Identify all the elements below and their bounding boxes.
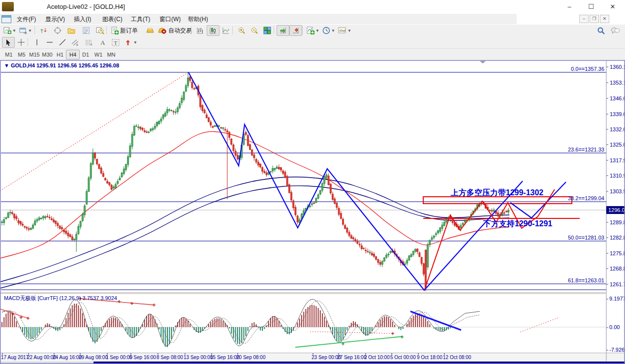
- channel-tool-button[interactable]: E: [69, 37, 82, 48]
- strategy-tester-button[interactable]: [94, 25, 106, 36]
- zoom-in-button[interactable]: [235, 25, 248, 36]
- indicators-button[interactable]: ▼: [305, 25, 321, 36]
- candle-body: [86, 191, 88, 204]
- maximize-button[interactable]: ☐: [583, 2, 599, 12]
- date-tick-label: 29 Aug 08:00: [79, 355, 108, 360]
- menu-view[interactable]: 显示(V): [45, 15, 65, 24]
- cursor-tool-button[interactable]: [2, 37, 15, 48]
- candle-body: [386, 255, 387, 258]
- candle-body: [293, 201, 294, 208]
- candle-chart-mode-button[interactable]: [207, 25, 219, 36]
- period-m15[interactable]: M15: [28, 50, 41, 60]
- close-button[interactable]: ✕: [604, 2, 621, 12]
- horizontal-line-tool-button[interactable]: [43, 37, 56, 48]
- menu-file[interactable]: 文件(F): [17, 15, 36, 24]
- candle-body: [34, 221, 36, 225]
- candle-body: [390, 251, 391, 252]
- template-icon: [338, 27, 346, 34]
- candle-body: [7, 213, 9, 218]
- new-chart-button[interactable]: ▼: [2, 25, 18, 36]
- search-button[interactable]: [594, 25, 607, 36]
- ohlc-bars-icon: [196, 27, 204, 34]
- navigator-button[interactable]: [51, 25, 64, 36]
- candle-body: [505, 211, 507, 212]
- candle-body: [51, 218, 52, 219]
- profiles-button[interactable]: ▼: [18, 25, 33, 36]
- candle-body: [175, 112, 176, 112]
- candle-body: [92, 153, 94, 164]
- period-m5[interactable]: M5: [15, 50, 29, 60]
- candle-body: [111, 185, 112, 189]
- candle-body: [167, 110, 168, 113]
- market-watch-button[interactable]: [37, 25, 50, 36]
- candle-body: [185, 86, 187, 91]
- candle-body: [105, 178, 106, 180]
- fibonacci-tool-button[interactable]: F: [83, 37, 95, 48]
- date-tick-label: 17 Aug 2017: [1, 355, 29, 360]
- candle-body: [90, 164, 92, 179]
- gold-symbol-button[interactable]: [144, 25, 156, 36]
- period-m1[interactable]: M1: [2, 50, 16, 60]
- new-order-button[interactable]: 新订单: [109, 25, 139, 36]
- crosshair-tool-button[interactable]: [15, 37, 28, 48]
- trendline-tool-button[interactable]: [56, 37, 69, 48]
- data-window-button[interactable]: [80, 25, 93, 36]
- candle-body: [212, 126, 214, 127]
- timeframes-button[interactable]: ▼: [321, 25, 337, 36]
- zoom-in-icon: [238, 27, 246, 34]
- candle-body: [348, 232, 350, 236]
- candle-body: [30, 228, 31, 230]
- candle-body: [61, 227, 62, 229]
- price-tick-label: 1360.10: [610, 64, 625, 70]
- period-w1[interactable]: W1: [92, 50, 105, 60]
- bar-chart-mode-button[interactable]: [194, 25, 207, 36]
- arrows-tool-button[interactable]: ▼: [123, 37, 139, 48]
- period-h4[interactable]: H4: [66, 50, 80, 60]
- menu-charts[interactable]: 图表(C): [102, 15, 123, 24]
- mdi-close-button[interactable]: ✕: [600, 15, 609, 23]
- chart-shift-button[interactable]: [289, 25, 302, 36]
- candle-body: [189, 77, 191, 80]
- mt4-window: { "window": { "title": "Acetop-Live02 - …: [0, 0, 625, 364]
- menu-window[interactable]: 窗口(W): [159, 15, 181, 24]
- price-tick-label: 1317.90: [610, 157, 625, 163]
- text-label-tool-button[interactable]: T: [109, 37, 122, 48]
- menu-insert[interactable]: 插入(I): [74, 15, 91, 24]
- candle-body: [121, 173, 123, 177]
- autotrading-button[interactable]: 自动交易: [156, 25, 193, 36]
- candle-body: [100, 168, 102, 174]
- candle-body: [410, 255, 412, 257]
- period-m30[interactable]: M30: [40, 50, 54, 60]
- autoscroll-icon: [279, 27, 287, 34]
- candle-body: [55, 221, 57, 223]
- mdi-minimize-button[interactable]: –: [579, 15, 589, 23]
- candle-body: [193, 89, 195, 89]
- tile-windows-button[interactable]: [261, 25, 274, 36]
- candle-body: [274, 168, 276, 170]
- text-tool-button[interactable]: A: [96, 37, 109, 48]
- line-chart-mode-button[interactable]: [219, 25, 232, 36]
- mdi-restore-button[interactable]: ❐: [590, 15, 599, 23]
- menu-help[interactable]: 帮助(H): [188, 15, 208, 24]
- favorites-button[interactable]: [65, 25, 78, 36]
- zoom-out-icon: [250, 27, 258, 34]
- candle-body: [233, 145, 234, 151]
- date-tick-label: 27 Sep 16:00: [337, 355, 367, 360]
- autoscroll-button[interactable]: [277, 25, 289, 36]
- menu-tools[interactable]: 工具(T): [131, 15, 150, 24]
- candle-body: [169, 110, 170, 110]
- period-h1[interactable]: H1: [53, 50, 67, 60]
- trendline-icon: [59, 39, 66, 46]
- chart-shift-icon: [292, 27, 300, 34]
- zoom-out-button[interactable]: [248, 25, 261, 36]
- chat-button[interactable]: [609, 25, 622, 36]
- vertical-line-tool-button[interactable]: [31, 37, 43, 48]
- candle-body: [173, 112, 174, 112]
- period-d1[interactable]: D1: [79, 50, 93, 60]
- period-mn[interactable]: MN: [104, 50, 118, 60]
- chevron-down-icon: ▼: [133, 40, 137, 45]
- minimize-button[interactable]: –: [561, 2, 578, 12]
- chart-canvas[interactable]: 上方多空压力带1299-1302下方支持1290-12910.0==1357.3…: [0, 60, 625, 364]
- chevron-down-icon: ▼: [28, 29, 32, 33]
- templates-button[interactable]: ▼: [337, 25, 353, 36]
